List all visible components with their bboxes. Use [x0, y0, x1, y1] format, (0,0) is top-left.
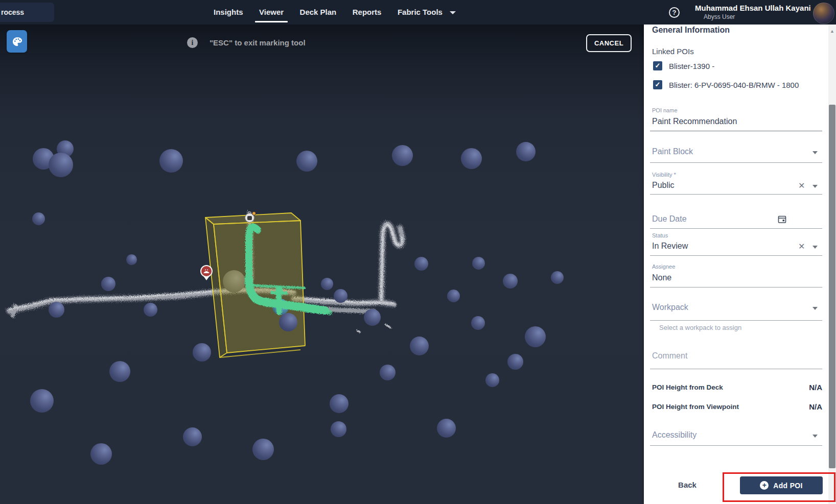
highlight-rectangle	[723, 472, 835, 502]
divider	[650, 194, 822, 195]
linked-poi-label: Blister: 6-PV-0695-040-B/RMW - 1800	[669, 81, 799, 89]
nav-tab-deck-plan[interactable]: Deck Plan	[300, 0, 337, 25]
nav-tab-insights[interactable]: Insights	[214, 0, 243, 25]
nav-tab-reports[interactable]: Reports	[353, 0, 382, 25]
nav-tab-fabric-tools[interactable]: Fabric Tools	[398, 0, 456, 25]
poi-sphere[interactable]	[144, 303, 157, 317]
avatar[interactable]	[813, 3, 834, 24]
poi-sphere[interactable]	[193, 343, 211, 362]
panel-title: General Information	[652, 26, 730, 35]
poi-sphere[interactable]	[159, 149, 183, 173]
clear-icon[interactable]: ✕	[798, 182, 805, 190]
metric-value: N/A	[809, 383, 822, 392]
poi-sphere[interactable]	[183, 427, 202, 446]
blister-icon	[200, 265, 213, 277]
scroll-up-arrow[interactable]: ▲	[828, 29, 836, 34]
poi-sphere[interactable]	[30, 389, 54, 413]
poi-sphere[interactable]	[437, 419, 456, 438]
divider	[650, 162, 822, 163]
poi-sphere[interactable]	[331, 421, 346, 437]
point-cloud-scene	[0, 25, 644, 504]
nav-tab-viewer[interactable]: Viewer	[259, 0, 284, 25]
poi-name-label: POI name	[652, 107, 678, 113]
linked-poi-label: Blister-1390 -	[669, 62, 714, 70]
marking-tool-hint: "ESC" to exit marking tool	[210, 38, 306, 47]
calendar-icon[interactable]	[778, 215, 786, 226]
divider	[650, 445, 822, 446]
poi-sphere[interactable]	[516, 142, 536, 161]
user-name: Muhammad Ehsan Ullah Kayani	[695, 4, 807, 12]
poi-sphere[interactable]	[392, 145, 413, 166]
chevron-down-icon[interactable]	[812, 435, 818, 438]
viewpoint-marker[interactable]	[245, 213, 254, 223]
status-label: Status	[652, 232, 668, 238]
info-icon: i	[187, 37, 198, 48]
scrollbar-thumb[interactable]	[829, 105, 835, 468]
poi-sphere[interactable]	[410, 337, 429, 355]
chevron-down-icon[interactable]	[812, 185, 818, 188]
chevron-down-icon[interactable]	[812, 307, 818, 310]
workpack-select[interactable]: Workpack	[652, 303, 688, 312]
poi-sphere[interactable]	[471, 316, 485, 330]
cancel-button[interactable]: CANCEL	[586, 34, 632, 52]
poi-sphere[interactable]	[507, 354, 523, 370]
poi-sphere[interactable]	[380, 365, 396, 380]
assignee-select[interactable]: None	[652, 273, 671, 282]
chevron-down-icon[interactable]	[812, 151, 818, 154]
truncated-left-button[interactable]: rocess	[0, 3, 54, 22]
user-info[interactable]: Muhammad Ehsan Ullah Kayani Abyss User	[695, 4, 807, 20]
poi-sphere[interactable]	[551, 271, 564, 284]
poi-sphere[interactable]	[330, 394, 349, 413]
chevron-down-icon[interactable]	[450, 11, 456, 14]
notification-dot	[252, 211, 256, 215]
poi-sphere[interactable]	[461, 148, 482, 169]
checkbox-checked-icon[interactable]: ✓	[653, 61, 662, 70]
poi-sphere[interactable]	[32, 212, 45, 225]
metric-label: POI Height from Deck	[652, 383, 723, 391]
panel-scrollbar[interactable]: ▲	[828, 25, 836, 504]
metric-value: N/A	[809, 402, 822, 411]
visibility-select[interactable]: Public	[652, 181, 675, 190]
comment-input[interactable]: Comment	[652, 351, 687, 361]
poi-sphere[interactable]	[126, 254, 137, 265]
poi-sphere[interactable]	[364, 309, 381, 326]
help-icon[interactable]: ?	[669, 7, 680, 18]
blister-marker-red[interactable]	[200, 265, 213, 280]
visibility-label: Visibility *	[652, 172, 676, 178]
divider	[650, 255, 822, 256]
poi-sphere[interactable]	[485, 373, 499, 387]
poi-sphere[interactable]	[49, 302, 64, 318]
divider	[650, 320, 822, 321]
due-date-field[interactable]: Due Date	[652, 214, 687, 224]
poi-sphere[interactable]	[334, 289, 347, 303]
poi-sphere[interactable]	[49, 153, 73, 177]
user-role: Abyss User	[695, 13, 807, 20]
chevron-down-icon[interactable]	[812, 246, 818, 249]
poi-sphere[interactable]	[252, 439, 274, 460]
status-select[interactable]: In Review	[652, 242, 688, 251]
poi-sphere[interactable]	[101, 277, 115, 291]
poi-sphere[interactable]	[525, 326, 546, 347]
poi-sphere[interactable]	[472, 257, 485, 270]
paint-block-select[interactable]: Paint Block	[652, 147, 693, 156]
accessibility-select[interactable]: Accessibility	[652, 430, 696, 440]
clear-icon[interactable]: ✕	[798, 243, 805, 251]
checkbox-checked-icon[interactable]: ✓	[653, 80, 662, 89]
poi-sphere[interactable]	[447, 290, 460, 302]
paint-marking-tool-button[interactable]	[7, 30, 27, 53]
poi-name-input[interactable]: Paint Recommendation	[652, 117, 737, 126]
back-button[interactable]: Back	[664, 476, 710, 494]
divider	[650, 369, 822, 369]
poi-sphere[interactable]	[296, 151, 317, 172]
linked-poi-row: ✓Blister: 6-PV-0695-040-B/RMW - 1800	[653, 80, 799, 89]
divider	[650, 287, 822, 287]
poi-sphere[interactable]	[109, 361, 130, 382]
poi-sphere[interactable]	[90, 443, 112, 465]
marker-pointer	[204, 277, 209, 280]
metric-row: POI Height from ViewpointN/A	[652, 402, 822, 411]
poi-sphere[interactable]	[414, 257, 428, 271]
poi-sphere[interactable]	[321, 278, 333, 290]
poi-sphere[interactable]	[279, 313, 297, 331]
metric-row: POI Height from DeckN/A	[652, 383, 822, 392]
poi-sphere[interactable]	[503, 274, 518, 289]
